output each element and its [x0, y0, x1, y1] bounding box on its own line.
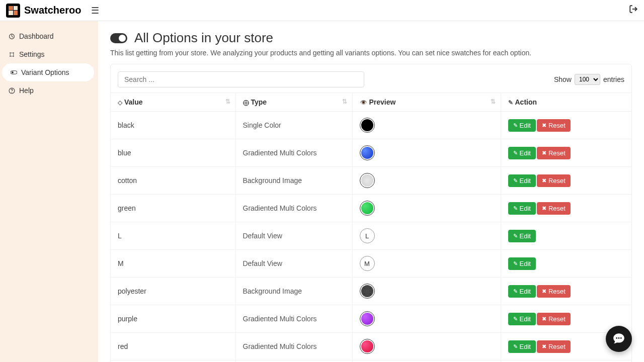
- edit-pencil-icon: ✎: [513, 316, 518, 322]
- reset-button[interactable]: ✖ Reset: [537, 202, 571, 215]
- cell-value: green: [111, 195, 235, 222]
- svg-point-7: [11, 71, 13, 73]
- edit-button[interactable]: ✎ Edit: [508, 285, 536, 298]
- cell-preview: S: [352, 360, 501, 363]
- edit-icon: ✎: [508, 99, 513, 106]
- swatch-preview: [360, 284, 375, 299]
- cell-type: Background Image: [235, 278, 352, 305]
- sidebar-item-settings[interactable]: Settings: [0, 45, 98, 63]
- cell-value: cotton: [111, 167, 235, 195]
- svg-point-11: [618, 337, 620, 339]
- edit-pencil-icon: ✎: [513, 343, 518, 350]
- swatch-text-preview: M: [360, 256, 375, 271]
- cell-action: ✎ Edit✖ Reset: [501, 139, 631, 167]
- close-icon: ✖: [542, 343, 546, 350]
- svg-point-5: [13, 55, 14, 56]
- sort-icon: ⇅: [225, 98, 230, 105]
- edit-button[interactable]: ✎ Edit: [508, 174, 536, 187]
- entries-select[interactable]: 100: [575, 74, 600, 85]
- cell-type: Default View: [235, 360, 352, 363]
- show-label: Show: [554, 75, 572, 83]
- cell-preview: [352, 278, 501, 305]
- chat-icon: [612, 332, 625, 345]
- cell-type: Gradiented Multi Colors: [235, 139, 352, 167]
- reset-button[interactable]: ✖ Reset: [537, 313, 571, 325]
- cell-action: ✎ Edit✖ Reset: [501, 278, 631, 305]
- cell-value: blue: [111, 139, 235, 167]
- table-row: greenGradiented Multi Colors✎ Edit✖ Rese…: [111, 195, 631, 222]
- cell-type: Background Image: [235, 167, 352, 195]
- cell-action: ✎ Edit✖ Reset: [501, 167, 631, 195]
- header-value[interactable]: ◇Value ⇅: [111, 93, 235, 112]
- cell-value: purple: [111, 305, 235, 333]
- swatch-preview: [360, 311, 375, 326]
- edit-button[interactable]: ✎ Edit: [508, 257, 536, 270]
- svg-point-2: [10, 52, 11, 53]
- reset-button[interactable]: ✖ Reset: [537, 285, 571, 298]
- header-preview[interactable]: 👁️Preview ⇅: [352, 93, 501, 112]
- cell-type: Default View: [235, 222, 352, 250]
- edit-pencil-icon: ✎: [513, 205, 518, 212]
- edit-button[interactable]: ✎ Edit: [508, 313, 536, 325]
- cell-action: ✎ Edit: [501, 360, 631, 363]
- table-row: polyesterBackground Image✎ Edit✖ Reset: [111, 278, 631, 305]
- page-toggle[interactable]: [110, 33, 127, 43]
- cell-preview: [352, 305, 501, 333]
- edit-pencil-icon: ✎: [513, 260, 518, 267]
- cell-value: M: [111, 250, 235, 278]
- swatch-preview: [360, 201, 375, 216]
- table-row: cottonBackground Image✎ Edit✖ Reset: [111, 167, 631, 195]
- header-type[interactable]: ⨁Type ⇅: [235, 93, 352, 112]
- edit-button[interactable]: ✎ Edit: [508, 202, 536, 215]
- table-row: blackSingle Color✎ Edit✖ Reset: [111, 112, 631, 139]
- header-action: ✎Action: [501, 93, 631, 112]
- cell-preview: [352, 195, 501, 222]
- close-icon: ✖: [542, 150, 546, 156]
- svg-point-4: [10, 55, 11, 56]
- cell-preview: L: [352, 222, 501, 250]
- edit-button[interactable]: ✎ Edit: [508, 119, 536, 132]
- search-input[interactable]: [118, 71, 364, 87]
- svg-point-3: [13, 52, 14, 53]
- edit-button[interactable]: ✎ Edit: [508, 147, 536, 159]
- eye-icon: 👁️: [360, 99, 367, 106]
- reset-button[interactable]: ✖ Reset: [537, 340, 571, 353]
- options-card: Show 100 entries ◇Value ⇅ ⨁Type: [110, 64, 632, 362]
- cell-type: Gradiented Multi Colors: [235, 195, 352, 222]
- svg-point-12: [620, 337, 622, 339]
- swatch-preview: [360, 339, 375, 354]
- cell-value: L: [111, 222, 235, 250]
- cell-action: ✎ Edit✖ Reset: [501, 112, 631, 139]
- cell-type: Single Color: [235, 112, 352, 139]
- diamond-icon: ◇: [118, 99, 122, 106]
- page-header: All Options in your store This list gett…: [110, 30, 632, 57]
- edit-button[interactable]: ✎ Edit: [508, 340, 536, 353]
- close-icon: ✖: [542, 177, 546, 184]
- cell-action: ✎ Edit: [501, 250, 631, 278]
- reset-button[interactable]: ✖ Reset: [537, 174, 571, 187]
- table-row: SDefault ViewS✎ Edit: [111, 360, 631, 363]
- chat-bubble[interactable]: [606, 326, 632, 352]
- cell-preview: [352, 112, 501, 139]
- app-name: Swatcheroo: [24, 5, 81, 16]
- table-row: redGradiented Multi Colors✎ Edit✖ Reset: [111, 333, 631, 360]
- entries-label: entries: [603, 75, 624, 83]
- cell-action: ✎ Edit: [501, 222, 631, 250]
- sidebar-item-help[interactable]: Help: [0, 81, 98, 100]
- edit-button[interactable]: ✎ Edit: [508, 230, 536, 242]
- cell-preview: [352, 333, 501, 360]
- topbar-left: Swatcheroo ☰: [6, 4, 99, 18]
- hamburger-icon[interactable]: ☰: [91, 5, 99, 16]
- svg-point-10: [616, 337, 617, 339]
- edit-pencil-icon: ✎: [513, 288, 518, 295]
- reset-button[interactable]: ✖ Reset: [537, 119, 571, 132]
- logo[interactable]: Swatcheroo: [6, 4, 81, 18]
- sidebar-item-variant-options[interactable]: Variant Options: [2, 63, 94, 81]
- reset-button[interactable]: ✖ Reset: [537, 147, 571, 159]
- cell-value: black: [111, 112, 235, 139]
- dashboard-icon: [8, 33, 15, 40]
- svg-point-9: [12, 92, 12, 93]
- sidebar-item-dashboard[interactable]: Dashboard: [0, 27, 98, 45]
- table-row: purpleGradiented Multi Colors✎ Edit✖ Res…: [111, 305, 631, 333]
- logout-icon[interactable]: [629, 5, 638, 16]
